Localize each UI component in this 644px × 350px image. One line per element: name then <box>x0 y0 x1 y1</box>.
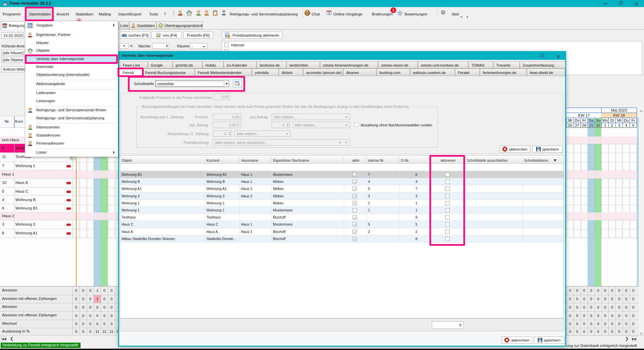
svg-text:AB: AB <box>306 12 309 14</box>
svg-text:23: 23 <box>3 25 6 28</box>
